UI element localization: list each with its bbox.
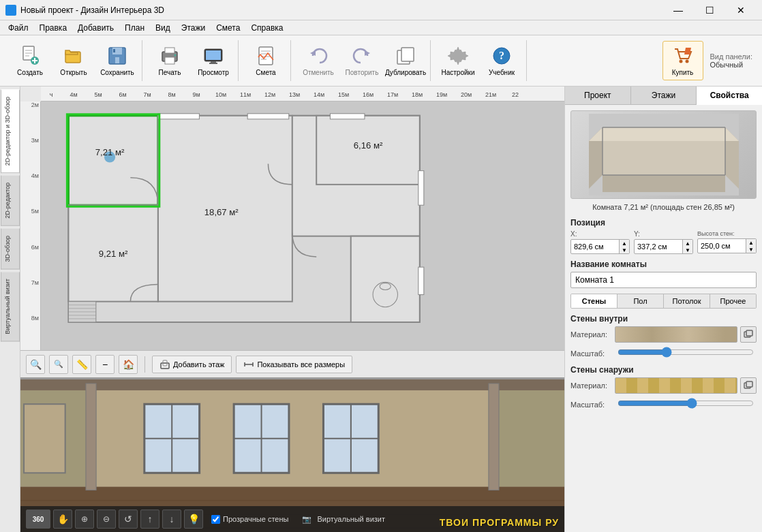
estimate-button[interactable]: Смета xyxy=(245,41,286,80)
maximize-button[interactable]: ☐ xyxy=(694,0,725,20)
tab-properties[interactable]: Свойства xyxy=(697,87,762,105)
height-up[interactable]: ▲ xyxy=(746,239,756,246)
room-name-input[interactable] xyxy=(570,272,757,288)
minimize-button[interactable]: — xyxy=(662,0,694,20)
x-down[interactable]: ▼ xyxy=(620,247,629,253)
close-button[interactable]: ✕ xyxy=(725,0,757,20)
buy-button[interactable]: Купить xyxy=(662,41,703,80)
y-field: Y: ▲ ▼ xyxy=(634,230,693,254)
main-layout: 2D-редактор и 3D-обзор 2D-редактор 3D-об… xyxy=(0,87,762,532)
toolbar-separator xyxy=(144,356,145,373)
menu-plan[interactable]: План xyxy=(119,22,150,34)
undo-button[interactable]: Отменить xyxy=(298,41,339,80)
print-button[interactable]: Печать xyxy=(149,41,190,80)
sub-tab-other[interactable]: Прочее xyxy=(710,294,756,308)
virtual-visit-check[interactable]: 📷 Виртуальный визит xyxy=(302,515,385,524)
svg-rect-50 xyxy=(330,114,365,119)
menu-file[interactable]: Файл xyxy=(3,22,34,34)
tab-project[interactable]: Проект xyxy=(565,87,631,104)
y-input[interactable] xyxy=(635,241,682,252)
height-label: Высота стен: xyxy=(697,230,757,237)
menu-help[interactable]: Справка xyxy=(245,22,288,34)
hand-button[interactable]: ✋ xyxy=(53,510,72,529)
walls-inside-label: Стены внутри xyxy=(570,314,757,324)
floor-plan-svg: 7,21 м² 18,67 м² 12,29 м² 6,16 м² xyxy=(41,101,564,350)
tutorial-button[interactable]: ? Учебник xyxy=(481,41,522,80)
walls-outside-material-swatch[interactable] xyxy=(615,377,737,394)
svg-rect-90 xyxy=(86,384,96,490)
svg-text:7,21 м²: 7,21 м² xyxy=(95,147,125,157)
tilt-up-button[interactable]: ↑ xyxy=(140,510,159,529)
undo-label: Отменить xyxy=(303,69,334,77)
x-input[interactable] xyxy=(571,241,619,252)
show-sizes-button[interactable]: Показывать все размеры xyxy=(236,356,352,373)
toolbar-group-file: Создать Открыть Сохранить xyxy=(5,40,142,81)
duplicate-icon xyxy=(395,45,416,67)
y-spinners: ▲ ▼ xyxy=(682,240,692,253)
height-input[interactable] xyxy=(698,240,746,251)
y-down[interactable]: ▼ xyxy=(683,247,692,253)
360-button[interactable]: 360 xyxy=(26,510,50,529)
sidebar-tab-2d[interactable]: 2D-редактор xyxy=(1,176,20,226)
transparent-walls-input[interactable] xyxy=(211,515,220,524)
menu-edit[interactable]: Правка xyxy=(34,22,73,34)
toolbar: Создать Открыть Сохранить Печать Просм xyxy=(0,35,762,87)
preview-label: Просмотр xyxy=(198,69,229,77)
settings-button[interactable]: Настройки xyxy=(438,41,478,80)
save-button[interactable]: Сохранить xyxy=(97,41,138,80)
minus-button[interactable]: − xyxy=(95,355,115,374)
window-controls[interactable]: — ☐ ✕ xyxy=(662,0,757,20)
preview-button[interactable]: Просмотр xyxy=(193,41,234,80)
sidebar-tab-3d[interactable]: 3D-обзор xyxy=(1,229,20,270)
svg-marker-73 xyxy=(496,379,564,486)
rotate-left-button[interactable]: ↺ xyxy=(119,510,138,529)
walls-inside-material-swatch[interactable] xyxy=(615,326,737,343)
camera-icon: 📷 xyxy=(302,515,311,524)
menu-view[interactable]: Вид xyxy=(150,22,176,34)
redo-button[interactable]: Повторить xyxy=(341,41,382,80)
create-icon xyxy=(19,45,41,67)
zoom-out-button[interactable]: 🔍 xyxy=(49,355,68,374)
3d-zoom-out-button[interactable]: ⊖ xyxy=(97,510,116,529)
ruler-button[interactable]: 📏 xyxy=(72,355,91,374)
duplicate-button[interactable]: Дублировать xyxy=(385,41,426,80)
height-down[interactable]: ▼ xyxy=(746,246,756,253)
floorplan-canvas[interactable]: 7,21 м² 18,67 м² 12,29 м² 6,16 м² xyxy=(41,101,564,350)
height-field: Высота стен: ▲ ▼ xyxy=(697,230,757,254)
position-section-label: Позиция xyxy=(570,218,757,228)
estimate-label: Смета xyxy=(256,69,275,77)
tab-floors[interactable]: Этажи xyxy=(631,87,697,104)
sub-tab-walls[interactable]: Стены xyxy=(571,294,618,308)
svg-rect-91 xyxy=(489,384,499,490)
y-up[interactable]: ▲ xyxy=(683,240,692,247)
walls-inside-scale-slider[interactable] xyxy=(618,347,754,358)
svg-point-32 xyxy=(679,59,682,63)
menu-floors[interactable]: Этажи xyxy=(176,22,211,34)
walls-outside-browse-button[interactable] xyxy=(740,377,757,394)
center-area: ч 4м 5м 6м 7м 8м 9м 10м 11м 12м 13м 14м … xyxy=(20,87,564,532)
tilt-down-button[interactable]: ↓ xyxy=(162,510,181,529)
home-view-button[interactable]: 🏠 xyxy=(119,355,138,374)
svg-marker-93 xyxy=(603,175,725,192)
walls-outside-scale-slider[interactable] xyxy=(618,398,754,409)
transparent-walls-check[interactable]: Прозрачные стены xyxy=(211,515,288,524)
walls-inside-browse-button[interactable] xyxy=(740,326,757,343)
x-up[interactable]: ▲ xyxy=(620,240,629,247)
create-label: Создать xyxy=(17,69,43,77)
open-button[interactable]: Открыть xyxy=(53,41,94,80)
zoom-in-button[interactable]: 🔍 xyxy=(26,355,45,374)
sub-tab-floor[interactable]: Пол xyxy=(618,294,664,308)
sub-tab-ceiling[interactable]: Потолок xyxy=(664,294,710,308)
add-floor-button[interactable]: Добавить этаж xyxy=(152,356,232,373)
sidebar-tab-vr[interactable]: Виртуальный визит xyxy=(1,272,20,341)
3d-zoom-in-button[interactable]: ⊕ xyxy=(75,510,94,529)
redo-icon xyxy=(351,45,373,67)
menu-estimate[interactable]: Смета xyxy=(211,22,245,34)
panel-view-mode: Обычный xyxy=(710,61,752,69)
walls-outside-slider-wrap xyxy=(615,398,757,411)
tutorial-icon: ? xyxy=(491,45,513,67)
sidebar-tab-2d3d[interactable]: 2D-редактор и 3D-обзор xyxy=(1,89,20,173)
create-button[interactable]: Создать xyxy=(10,41,50,80)
light-button[interactable]: 💡 xyxy=(184,510,203,529)
menu-add[interactable]: Добавить xyxy=(72,22,119,34)
